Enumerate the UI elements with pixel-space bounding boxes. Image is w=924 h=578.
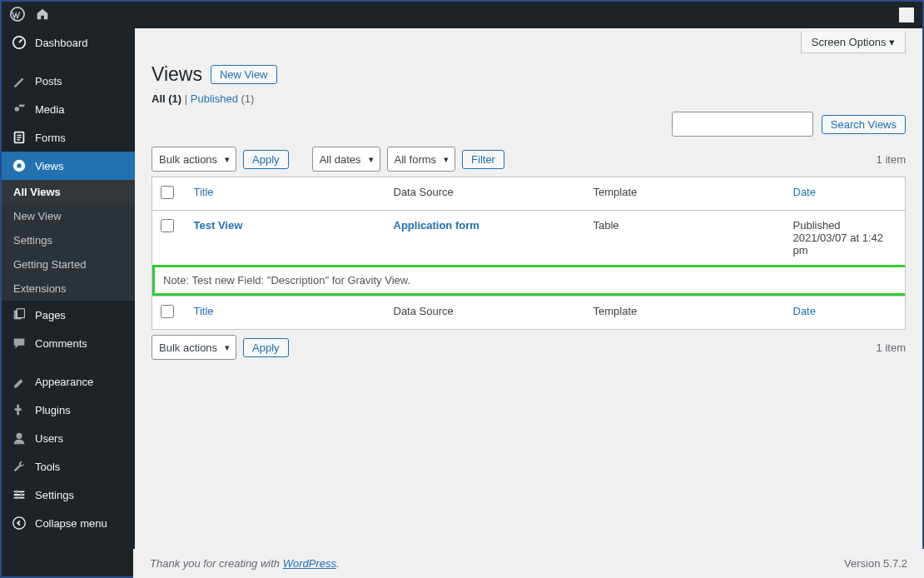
note-row: Note: Test new Field: "Description" for … xyxy=(152,265,906,296)
submenu-settings[interactable]: Settings xyxy=(2,228,135,252)
svg-rect-7 xyxy=(17,309,24,318)
sidebar-item-views[interactable]: Views xyxy=(2,152,135,180)
submenu-extensions[interactable]: Extensions xyxy=(2,277,135,301)
sidebar-item-label: Plugins xyxy=(35,404,71,416)
col-date[interactable]: Date xyxy=(785,177,906,211)
col-title[interactable]: Title xyxy=(186,177,385,211)
sidebar-item-tools[interactable]: Tools xyxy=(2,452,135,481)
sidebar-item-label: Views xyxy=(35,160,63,172)
note-highlight: Note: Test new Field: "Description" for … xyxy=(152,265,905,296)
wordpress-link[interactable]: WordPress xyxy=(283,557,336,570)
admin-footer: Thank you for creating with WordPress. V… xyxy=(133,549,924,578)
col-template: Template xyxy=(585,177,785,211)
select-all-checkbox-foot[interactable] xyxy=(161,305,174,318)
sidebar-item-users[interactable]: Users xyxy=(2,424,135,452)
view-filter-links: All (1) | Published (1) xyxy=(135,92,922,112)
filter-published-link[interactable]: Published xyxy=(191,92,238,105)
svg-point-12 xyxy=(13,517,25,529)
sidebar-item-label: Pages xyxy=(35,309,66,321)
row-title-link[interactable]: Test View xyxy=(194,219,243,232)
avatar[interactable] xyxy=(899,7,914,22)
sidebar-item-label: Users xyxy=(35,432,63,445)
svg-point-10 xyxy=(20,493,23,496)
sidebar-item-media[interactable]: Media xyxy=(2,95,135,123)
views-table: Title Data Source Template Date Test Vie… xyxy=(152,177,906,330)
row-template: Table xyxy=(585,211,785,266)
submenu-getting-started[interactable]: Getting Started xyxy=(2,252,135,277)
bulk-actions-select[interactable]: Bulk actions xyxy=(152,147,236,172)
svg-point-2 xyxy=(15,107,19,111)
bulk-actions-select-bottom[interactable]: Bulk actions xyxy=(152,335,236,360)
version-label: Version 5.7.2 xyxy=(844,557,907,570)
submenu-new-view[interactable]: New View xyxy=(2,204,135,228)
filter-button[interactable]: Filter xyxy=(462,150,504,169)
wordpress-icon[interactable] xyxy=(10,7,25,24)
new-view-button[interactable]: New View xyxy=(211,65,277,84)
select-all-checkbox[interactable] xyxy=(161,186,174,199)
page-title: Views xyxy=(152,63,202,86)
home-icon[interactable] xyxy=(35,7,50,24)
col-data-source: Data Source xyxy=(385,177,585,211)
row-date: Published 2021/03/07 at 1:42 pm xyxy=(785,211,906,266)
screen-options-button[interactable]: Screen Options ▾ xyxy=(801,32,906,53)
admin-sidebar: Dashboard Posts Media Forms Views All Vi… xyxy=(2,28,135,576)
sidebar-item-label: Settings xyxy=(35,489,74,501)
main-content: Screen Options ▾ Views New View All (1) … xyxy=(135,28,922,576)
svg-point-5 xyxy=(17,163,21,167)
admin-topbar xyxy=(2,2,922,28)
sidebar-item-comments[interactable]: Comments xyxy=(2,329,135,357)
sidebar-item-label: Forms xyxy=(35,132,66,144)
sidebar-item-appearance[interactable]: Appearance xyxy=(2,367,135,396)
sidebar-item-label: Posts xyxy=(35,75,62,87)
sidebar-submenu-views: All Views New View Settings Getting Star… xyxy=(2,180,135,301)
sidebar-item-label: Dashboard xyxy=(35,37,88,49)
sidebar-item-dashboard[interactable]: Dashboard xyxy=(2,28,135,57)
submenu-all-views[interactable]: All Views xyxy=(2,180,135,204)
col-title-foot[interactable]: Title xyxy=(186,296,385,330)
forms-select[interactable]: All forms xyxy=(387,147,456,172)
sidebar-item-label: Collapse menu xyxy=(35,517,107,530)
sidebar-item-forms[interactable]: Forms xyxy=(2,123,135,152)
sidebar-item-plugins[interactable]: Plugins xyxy=(2,396,135,424)
sidebar-item-label: Comments xyxy=(35,337,87,350)
col-data-source-foot: Data Source xyxy=(385,296,585,330)
table-row: Test View Application form Table Publish… xyxy=(152,211,906,266)
sidebar-item-label: Media xyxy=(35,103,64,116)
item-count-bottom: 1 item xyxy=(877,341,906,354)
row-source-link[interactable]: Application form xyxy=(394,219,479,232)
apply-bulk-button-bottom[interactable]: Apply xyxy=(243,338,289,357)
sidebar-item-label: Appearance xyxy=(35,376,93,388)
svg-point-9 xyxy=(16,491,19,494)
dates-select[interactable]: All dates xyxy=(312,147,380,172)
col-date-foot[interactable]: Date xyxy=(785,296,906,330)
svg-point-11 xyxy=(16,496,19,500)
sidebar-item-settings[interactable]: Settings xyxy=(2,481,135,509)
sidebar-item-collapse[interactable]: Collapse menu xyxy=(2,509,135,537)
search-input[interactable] xyxy=(672,112,813,137)
item-count: 1 item xyxy=(877,153,906,166)
sidebar-item-pages[interactable]: Pages xyxy=(2,301,135,329)
svg-point-8 xyxy=(16,433,22,439)
search-views-button[interactable]: Search Views xyxy=(822,115,906,134)
sidebar-item-label: Tools xyxy=(35,461,60,473)
apply-bulk-button[interactable]: Apply xyxy=(243,150,289,169)
row-checkbox[interactable] xyxy=(161,219,174,232)
sidebar-item-posts[interactable]: Posts xyxy=(2,67,135,95)
filter-all-link[interactable]: All (1) xyxy=(152,92,181,105)
col-template-foot: Template xyxy=(585,296,785,330)
